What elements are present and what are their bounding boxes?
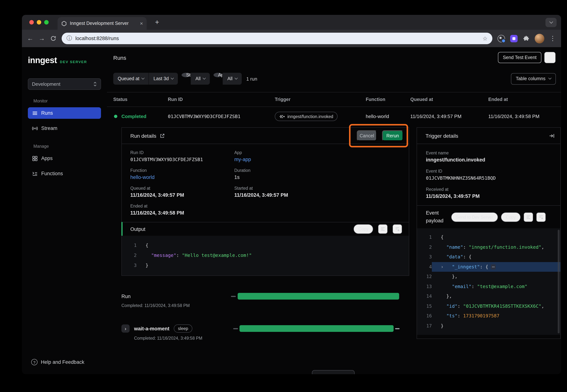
close-window-button[interactable] xyxy=(29,20,34,25)
field-label: App xyxy=(234,150,400,155)
gear-icon xyxy=(547,55,553,60)
output-header: Output Copy xyxy=(122,222,409,236)
trigger-name: inngest/function.invoked xyxy=(287,114,333,119)
scroll-to-bottom-icon[interactable] xyxy=(393,224,402,234)
col-run-id: Run ID xyxy=(168,97,275,102)
tab-close-icon[interactable]: × xyxy=(140,20,143,26)
timeline-step-row[interactable]: › wait-a-moment sleep xyxy=(121,324,409,333)
collapsed-ellipsis[interactable]: ⋯ xyxy=(491,264,496,269)
status-filter-group: Status All xyxy=(182,73,210,85)
field-value: inngest/function.invoked xyxy=(426,157,552,163)
timeline-run-row[interactable]: Run xyxy=(121,293,409,300)
line-number: 2 xyxy=(417,242,432,252)
browser-menu-icon[interactable]: ⋮ xyxy=(550,35,556,42)
table-columns-button[interactable]: Table columns xyxy=(511,73,556,84)
inngest-app: inngest DEV SERVER Development Monitor R… xyxy=(22,47,561,374)
run-id-cell: 01JCVBTMV3WXY9D3CFDEJFZSB1 xyxy=(168,113,275,119)
environment-label: Development xyxy=(32,81,60,87)
field-ended-at: Ended at 11/16/2024, 3:49:58 PM xyxy=(130,204,234,216)
run-completed-caption: Completed: 11/16/2024, 3:49:58 PM xyxy=(121,303,409,308)
browser-titlebar: Inngest Development Server × + xyxy=(22,15,561,30)
reload-button[interactable] xyxy=(50,35,57,42)
send-test-event-button[interactable]: Send Test Event xyxy=(498,52,541,63)
scrollbar[interactable] xyxy=(558,230,560,333)
bookmark-star-icon[interactable]: ☆ xyxy=(482,35,488,42)
output-copy-button[interactable]: Copy xyxy=(354,224,373,234)
back-button[interactable]: ← xyxy=(27,35,33,42)
sidebar-item-stream[interactable]: Stream xyxy=(28,123,101,134)
site-info-icon[interactable]: ⓘ xyxy=(67,35,72,42)
browser-tab[interactable]: Inngest Development Server × xyxy=(57,17,147,30)
field-started-at: Started at 11/16/2024, 3:49:57 PM xyxy=(234,186,400,198)
time-filter-group: Queued at Last 3d xyxy=(113,73,178,85)
app-link[interactable]: my-app xyxy=(234,157,400,162)
help-icon: ? xyxy=(31,359,38,365)
address-bar[interactable]: ⓘ localhost:8288/runs ☆ xyxy=(62,33,492,44)
fold-chevron-icon[interactable]: › xyxy=(441,262,446,272)
time-range-dropdown[interactable]: Last 3d xyxy=(149,73,178,85)
help-label: Help and Feedback xyxy=(41,359,84,365)
queued-at-label: Queued at xyxy=(118,76,140,81)
wrap-lines-icon[interactable] xyxy=(378,224,388,234)
environment-selector[interactable]: Development xyxy=(28,78,101,90)
payload-copy-button[interactable]: Copy xyxy=(501,212,521,222)
run-details-header: Run details Cancel Rerun xyxy=(122,128,409,144)
field-queued-at: Queued at 11/16/2024, 3:49:57 PM xyxy=(130,186,234,198)
run-action-buttons: Cancel Rerun xyxy=(357,130,403,141)
collapse-panel-button[interactable] xyxy=(549,133,555,139)
monitor-section-label: Monitor xyxy=(33,99,101,103)
functions-icon xyxy=(32,170,38,177)
status-value: All xyxy=(196,76,201,81)
table-row[interactable]: Completed 01JCVBTMV3WXY9D3CFDEJFZSB1 inn… xyxy=(107,107,561,126)
field-label: Queued at xyxy=(130,186,234,190)
output-accent-bar xyxy=(121,222,123,236)
settings-button[interactable] xyxy=(544,52,555,63)
trigger-pill[interactable]: inngest/function.invoked xyxy=(275,112,338,121)
event-icon xyxy=(279,114,285,118)
cancel-button[interactable]: Cancel xyxy=(357,130,377,141)
field-label: Ended at xyxy=(130,204,234,208)
privacy-icon[interactable] xyxy=(497,35,505,42)
expand-step-button[interactable]: › xyxy=(121,324,129,333)
line-number: 4 xyxy=(417,262,432,272)
sidebar-item-runs[interactable]: Runs xyxy=(28,107,101,119)
event-payload-header: Event payload Send to Dev Server Copy xyxy=(417,205,560,228)
extension-icon[interactable] xyxy=(510,35,518,42)
status-filter-dropdown[interactable]: All xyxy=(191,73,210,85)
event-payload-title: Event payload xyxy=(426,210,448,224)
field-label: Function xyxy=(130,168,234,173)
url-text[interactable]: localhost:8288/runs xyxy=(75,36,479,41)
code-line: 14 }, xyxy=(417,291,560,301)
minimize-window-button[interactable] xyxy=(37,20,41,25)
line-number: 15 xyxy=(417,301,432,311)
forward-button[interactable]: → xyxy=(39,35,45,42)
col-queued-at: Queued at xyxy=(410,97,488,102)
function-cell: hello-world xyxy=(366,113,410,119)
external-link-icon[interactable] xyxy=(160,133,165,138)
sidebar-item-apps[interactable]: Apps xyxy=(28,153,101,164)
run-progress-bar[interactable] xyxy=(238,293,399,300)
trigger-details-title: Trigger details xyxy=(425,133,458,139)
extensions-puzzle-icon[interactable] xyxy=(523,35,529,42)
tab-search-button[interactable] xyxy=(545,18,557,27)
step-progress-bar[interactable] xyxy=(240,325,394,332)
app-filter-dropdown[interactable]: All xyxy=(223,73,242,85)
run-expanded-details: Run details Cancel Rerun xyxy=(121,127,561,340)
profile-avatar[interactable] xyxy=(535,34,544,43)
function-link[interactable]: hello-world xyxy=(130,174,234,180)
scroll-to-bottom-icon[interactable] xyxy=(536,212,546,222)
new-tab-button[interactable]: + xyxy=(153,18,161,27)
sidebar-item-functions[interactable]: Functions xyxy=(28,168,101,179)
chevron-down-icon xyxy=(171,76,174,80)
sidebar-item-label: Apps xyxy=(41,155,53,161)
send-to-dev-server-button[interactable]: Send to Dev Server xyxy=(451,212,498,222)
rerun-button[interactable]: Rerun xyxy=(382,130,403,141)
sidebar-item-label: Functions xyxy=(41,171,63,176)
help-and-feedback[interactable]: ? Help and Feedback xyxy=(31,359,84,365)
field-value: 11/16/2024, 3:49:57 PM xyxy=(234,192,400,198)
wrap-lines-icon[interactable] xyxy=(524,212,533,222)
cutoff-bottom-button[interactable] xyxy=(312,370,354,374)
queued-at-dropdown[interactable]: Queued at xyxy=(113,73,149,85)
status-text: Completed xyxy=(121,113,146,119)
zoom-window-button[interactable] xyxy=(44,20,49,25)
